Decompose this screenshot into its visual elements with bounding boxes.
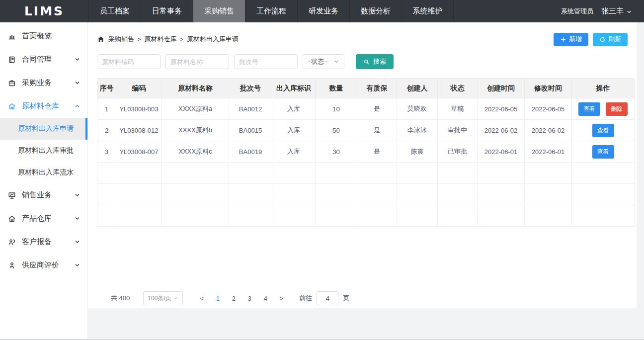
sidebar-item-label: 产品仓库 [22, 214, 52, 223]
filter-bar: –状态– 搜索 [97, 54, 635, 69]
goto-page: 前往 页 [299, 291, 349, 305]
page-size-select[interactable]: 100条/页 [143, 291, 183, 305]
page-header: 采购销售>原材料仓库>原材料出入库申请 新增 刷新 [97, 22, 635, 46]
table-column-header: 修改时间 [525, 79, 572, 98]
sidebar-item[interactable]: 原材料仓库 [0, 94, 87, 118]
table-cell: 2022-06-01 [478, 141, 525, 163]
material-name-input[interactable] [165, 54, 229, 69]
table-header-row: 序号编码原材料名称批次号出入库标识数量有质保创建人状态创建时间修改时间操作 [97, 79, 635, 98]
pagination: 共 400 100条/页 < 1234 > 前往 页 [97, 291, 635, 305]
bar-chart-icon [8, 32, 16, 40]
breadcrumb-item[interactable]: 原材料仓库 [144, 35, 176, 44]
sidebar: 首页概览合同管理采购业务原材料仓库原材料出入库申请原材料出入库审批原材料出入库流… [0, 22, 88, 339]
table-empty-cell [572, 184, 635, 205]
nav-tab[interactable]: 采购销售 [193, 0, 245, 22]
table-cell: 是 [357, 98, 397, 120]
home-icon [97, 35, 105, 43]
page-number-button[interactable]: 3 [242, 295, 257, 302]
table-column-header: 序号 [97, 79, 116, 98]
batch-no-input[interactable] [234, 54, 298, 69]
table-cell: BA0019 [229, 141, 272, 163]
table-cell: 已审批 [438, 141, 478, 163]
table-cell: XXXX原料a [162, 98, 229, 120]
table-cell: 李冰冰 [397, 120, 438, 141]
next-page-button[interactable]: > [273, 295, 289, 302]
page-number-button[interactable]: 1 [210, 295, 226, 302]
table-empty-cell [397, 205, 438, 227]
table-cell: 2022-06-05 [525, 98, 572, 120]
chevron-down-icon [74, 192, 80, 198]
table-empty-cell [116, 205, 162, 227]
table-empty-cell [525, 184, 572, 205]
table-empty-cell [229, 184, 272, 205]
table-column-header: 操作 [572, 79, 635, 98]
nav-tab[interactable]: 员工档案 [88, 0, 141, 22]
sidebar-item[interactable]: 供应商评价 [0, 254, 87, 277]
sidebar-submenu-item[interactable]: 原材料出入库审批 [0, 140, 87, 162]
table-actions-cell: 查看删除 [572, 98, 635, 120]
table-cell: 是 [357, 120, 397, 141]
table-cell: 2 [97, 120, 116, 141]
sidebar-item[interactable]: 合同管理 [0, 48, 87, 71]
sidebar-submenu-item[interactable]: 原材料出入库流水 [0, 162, 87, 183]
sidebar-item[interactable]: 客户报备 [0, 230, 87, 254]
table-empty-cell [438, 184, 478, 205]
header-buttons: 新增 刷新 [554, 33, 635, 46]
breadcrumb-item[interactable]: 采购销售 [108, 35, 134, 44]
table-column-header: 创建人 [397, 79, 438, 98]
prev-page-button[interactable]: < [194, 295, 210, 302]
chevron-down-icon [74, 262, 80, 268]
customer-icon [8, 238, 16, 246]
goto-page-input[interactable] [317, 291, 338, 305]
view-button[interactable]: 查看 [592, 124, 614, 137]
material-code-input[interactable] [97, 54, 161, 69]
table-cell: YL03008-003 [116, 98, 162, 120]
table-row: 1YL03008-003XXXX原料aBA0012入库10是莫晓欢草稿2022-… [97, 98, 635, 120]
breadcrumb-separator: > [138, 36, 141, 42]
nav-tab[interactable]: 研发业务 [297, 0, 349, 22]
top-navbar: LIMS 员工档案日常事务采购销售工作流程研发业务数据分析系统维护 系统管理员 … [0, 0, 644, 22]
table-cell: 入库 [272, 141, 316, 163]
sidebar-item[interactable]: 产品仓库 [0, 207, 87, 230]
search-button[interactable]: 搜索 [356, 54, 394, 69]
view-button[interactable]: 查看 [578, 102, 600, 116]
table-cell: 3 [97, 141, 116, 163]
breadcrumb-item[interactable]: 原材料出入库申请 [187, 35, 239, 44]
table-empty-cell [357, 163, 397, 184]
table-empty-cell [97, 184, 116, 205]
view-button[interactable]: 查看 [592, 145, 614, 159]
nav-tab[interactable]: 日常事务 [141, 0, 193, 22]
app-logo: LIMS [24, 4, 64, 18]
sidebar-item[interactable]: 首页概览 [0, 24, 87, 48]
table-empty-cell [525, 163, 572, 184]
table-cell: 30 [316, 141, 357, 163]
table-cell: 陈震 [397, 141, 438, 163]
user-role: 系统管理员 [561, 7, 593, 16]
supplier-icon [8, 261, 16, 269]
sidebar-submenu-item[interactable]: 原材料出入库申请 [0, 118, 87, 140]
status-select[interactable]: –状态– [303, 54, 344, 69]
table-empty-cell [316, 163, 357, 184]
sidebar-item[interactable]: 销售业务 [0, 183, 87, 207]
table-column-header: 有质保 [357, 79, 397, 98]
nav-tab[interactable]: 工作流程 [245, 0, 297, 22]
add-button-label: 新增 [569, 35, 582, 44]
table-cell: 入库 [272, 120, 316, 141]
sidebar-item[interactable]: 采购业务 [0, 71, 87, 94]
page-number-button[interactable]: 2 [226, 295, 242, 302]
table-empty-cell [572, 163, 635, 184]
nav-tab[interactable]: 数据分析 [349, 0, 402, 22]
refresh-button[interactable]: 刷新 [593, 33, 628, 46]
chevron-down-icon [626, 8, 632, 15]
sidebar-item-label: 销售业务 [22, 190, 52, 200]
user-menu[interactable]: 张三丰 [601, 6, 632, 16]
nav-tab[interactable]: 系统维护 [402, 0, 454, 22]
table-cell: YL03008-007 [116, 141, 162, 163]
delete-button[interactable]: 删除 [606, 102, 628, 116]
content-panel: 采购销售>原材料仓库>原材料出入库申请 新增 刷新 – [88, 22, 637, 308]
page-number-button[interactable]: 4 [257, 295, 273, 302]
goto-label: 前往 [299, 294, 312, 303]
table-cell: XXXX原料c [162, 141, 229, 163]
add-button[interactable]: 新增 [554, 33, 588, 46]
table-column-header: 状态 [438, 79, 478, 98]
